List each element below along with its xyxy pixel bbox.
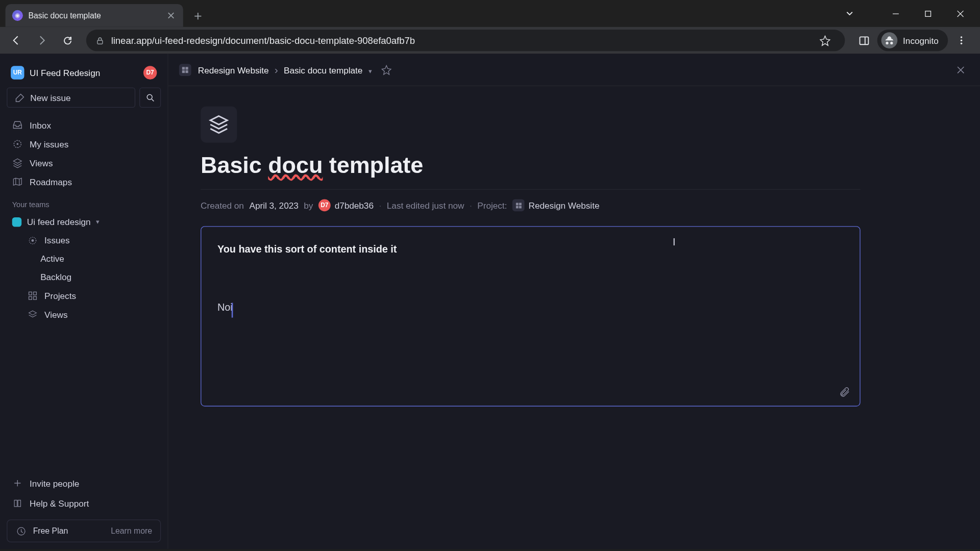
side-panel-icon[interactable] <box>853 30 874 51</box>
workspace-switcher[interactable]: UR UI Feed Redesign D7 <box>7 63 161 82</box>
browser-menu-icon[interactable] <box>950 30 972 51</box>
projects-icon <box>27 290 38 300</box>
target-icon <box>12 139 23 149</box>
bookmark-star-icon[interactable] <box>814 30 836 51</box>
plus-icon <box>12 478 23 488</box>
help-support-button[interactable]: Help & Support <box>7 494 161 513</box>
incognito-indicator[interactable]: Incognito <box>877 30 948 51</box>
team-name: Ui feed redesign <box>27 217 91 227</box>
learn-more-link[interactable]: Learn more <box>111 526 152 535</box>
close-panel-button[interactable] <box>952 61 969 78</box>
sidebar-item-roadmaps[interactable]: Roadmaps <box>7 172 161 191</box>
url-text: linear.app/ui-feed-redesign/document/bas… <box>111 35 807 46</box>
team-row[interactable]: Ui feed redesign ▾ <box>7 213 161 231</box>
svg-rect-2 <box>860 37 868 44</box>
layers-icon <box>12 158 23 168</box>
views-label: Views <box>30 158 53 168</box>
sidebar-item-backlog[interactable]: Backlog <box>7 268 161 286</box>
browser-tabbar: ◉ Basic docu template <box>0 0 980 27</box>
active-label: Active <box>40 254 64 264</box>
lock-icon <box>95 36 104 45</box>
team-color-icon <box>12 217 21 226</box>
last-edited: Last edited just now <box>387 200 464 210</box>
author-avatar: D7 <box>318 199 331 211</box>
project-icon <box>512 199 525 211</box>
address-bar[interactable]: linear.app/ui-feed-redesign/document/bas… <box>86 30 845 51</box>
author-name: d7bdeb36 <box>335 200 374 210</box>
plan-label: Free Plan <box>33 526 68 535</box>
svg-rect-21 <box>519 203 521 205</box>
workspace-badge: UR <box>11 66 24 79</box>
reload-button[interactable] <box>57 30 78 51</box>
sidebar-item-team-views[interactable]: Views <box>7 305 161 324</box>
breadcrumb-doc[interactable]: Basic docu template <box>284 65 362 75</box>
created-prefix: Created on <box>201 200 244 210</box>
incognito-icon <box>881 32 898 48</box>
svg-rect-18 <box>182 70 185 72</box>
team-views-label: Views <box>44 309 67 319</box>
browser-toolbar: linear.app/ui-feed-redesign/document/bas… <box>0 27 980 54</box>
incognito-label: Incognito <box>903 35 939 45</box>
svg-point-6 <box>147 94 152 99</box>
editor-body-text: Noi <box>217 302 233 313</box>
project-label: Project: <box>477 200 507 210</box>
workspace-name: UI Feed Redesign <box>30 68 138 78</box>
sidebar-item-views[interactable]: Views <box>7 154 161 172</box>
map-icon <box>12 177 23 187</box>
author-chip[interactable]: D7 d7bdeb36 <box>318 199 374 211</box>
sidebar-item-inbox[interactable]: Inbox <box>7 116 161 135</box>
svg-rect-13 <box>29 296 32 299</box>
projects-label: Projects <box>44 290 76 300</box>
sidebar-item-issues[interactable]: Issues <box>7 231 161 249</box>
inbox-label: Inbox <box>30 120 51 130</box>
my-issues-label: My issues <box>30 139 68 149</box>
user-avatar-badge: D7 <box>143 66 157 79</box>
breadcrumb-sep: › <box>275 64 278 75</box>
sidebar: UR UI Feed Redesign D7 New issue Inbox <box>0 54 168 549</box>
favorite-button[interactable] <box>378 62 395 78</box>
minimize-button[interactable] <box>880 4 910 24</box>
issues-label: Issues <box>44 235 70 245</box>
plan-banner[interactable]: Free Plan Learn more <box>7 519 161 542</box>
sidebar-item-projects[interactable]: Projects <box>7 286 161 305</box>
project-name: Redesign Website <box>529 200 600 210</box>
back-button[interactable] <box>6 30 27 51</box>
topbar: Redesign Website › Basic docu template ▾ <box>168 54 980 86</box>
attachment-button[interactable] <box>839 386 850 397</box>
document-emoji-picker[interactable] <box>201 106 237 142</box>
svg-rect-11 <box>29 292 32 295</box>
invite-people-button[interactable]: Invite people <box>7 474 161 493</box>
forward-button[interactable] <box>31 30 53 51</box>
svg-rect-14 <box>33 296 36 299</box>
new-tab-button[interactable] <box>188 7 207 26</box>
teams-section-label: Your teams <box>7 191 161 213</box>
close-tab-icon[interactable] <box>165 10 176 21</box>
new-issue-button[interactable]: New issue <box>7 87 135 108</box>
project-link[interactable]: Redesign Website <box>512 199 600 211</box>
document-title[interactable]: Basic docu template <box>201 152 861 178</box>
by-text: by <box>304 200 313 210</box>
svg-rect-22 <box>516 206 518 208</box>
issues-icon <box>27 235 38 245</box>
new-issue-label: New issue <box>30 92 70 103</box>
invite-label: Invite people <box>30 478 79 488</box>
browser-tab[interactable]: ◉ Basic docu template <box>6 4 183 27</box>
breadcrumb: Redesign Website › Basic docu template ▾ <box>198 64 372 76</box>
document-editor[interactable]: You have this sort of content inside it … <box>201 226 861 406</box>
chevron-down-icon[interactable]: ▾ <box>369 67 372 74</box>
search-button[interactable] <box>139 87 161 108</box>
editor-heading-text: You have this sort of content inside it <box>217 243 844 254</box>
dot-sep: · <box>379 200 381 210</box>
svg-rect-16 <box>182 67 185 69</box>
svg-point-8 <box>17 143 19 145</box>
svg-point-10 <box>31 239 34 241</box>
backlog-label: Backlog <box>40 272 71 282</box>
sidebar-item-active[interactable]: Active <box>7 249 161 268</box>
svg-rect-0 <box>925 11 930 16</box>
maximize-button[interactable] <box>913 4 943 24</box>
chevron-down-icon[interactable] <box>835 4 865 24</box>
svg-rect-19 <box>185 70 188 72</box>
sidebar-item-my-issues[interactable]: My issues <box>7 135 161 154</box>
breadcrumb-project[interactable]: Redesign Website <box>198 65 269 75</box>
close-window-button[interactable] <box>945 4 975 24</box>
